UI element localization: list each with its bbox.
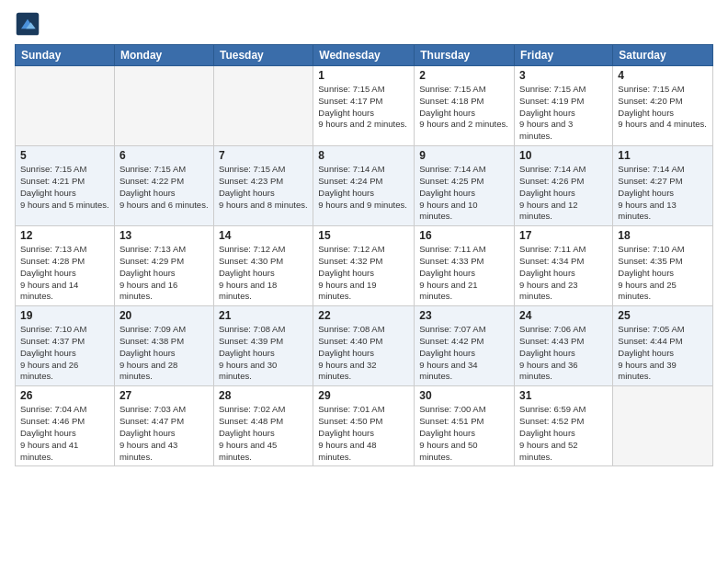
weekday-header-monday: Monday [114, 45, 213, 66]
day-cell: 10Sunrise: 7:14 AMSunset: 4:26 PMDayligh… [515, 146, 613, 226]
day-number: 9 [419, 149, 509, 162]
day-cell: 4Sunrise: 7:15 AMSunset: 4:20 PMDaylight… [613, 66, 713, 146]
day-number: 17 [519, 229, 608, 242]
week-row-2: 5Sunrise: 7:15 AMSunset: 4:21 PMDaylight… [16, 146, 713, 226]
day-cell: 28Sunrise: 7:02 AMSunset: 4:48 PMDayligh… [213, 386, 313, 466]
page-header [15, 11, 713, 37]
day-number: 12 [20, 229, 109, 242]
day-number: 20 [119, 309, 209, 322]
logo-icon [15, 11, 40, 37]
day-number: 25 [618, 309, 708, 322]
day-cell: 15Sunrise: 7:12 AMSunset: 4:32 PMDayligh… [313, 226, 415, 306]
day-number: 27 [119, 389, 209, 402]
day-cell: 9Sunrise: 7:14 AMSunset: 4:25 PMDaylight… [415, 146, 515, 226]
day-cell: 18Sunrise: 7:10 AMSunset: 4:35 PMDayligh… [613, 226, 713, 306]
day-info: Sunrise: 7:02 AMSunset: 4:48 PMDaylight … [219, 404, 308, 463]
calendar-page: SundayMondayTuesdayWednesdayThursdayFrid… [0, 0, 728, 563]
day-info: Sunrise: 7:08 AMSunset: 4:39 PMDaylight … [219, 324, 308, 383]
day-cell: 29Sunrise: 7:01 AMSunset: 4:50 PMDayligh… [313, 386, 415, 466]
weekday-header-tuesday: Tuesday [213, 45, 313, 66]
day-number: 5 [20, 149, 109, 162]
day-info: Sunrise: 7:15 AMSunset: 4:17 PMDaylight … [318, 84, 409, 131]
day-info: Sunrise: 7:07 AMSunset: 4:42 PMDaylight … [419, 324, 509, 383]
day-number: 19 [20, 309, 109, 322]
day-info: Sunrise: 7:14 AMSunset: 4:26 PMDaylight … [519, 164, 608, 223]
day-info: Sunrise: 7:13 AMSunset: 4:28 PMDaylight … [20, 244, 109, 303]
day-info: Sunrise: 7:14 AMSunset: 4:25 PMDaylight … [419, 164, 509, 223]
day-number: 28 [219, 389, 308, 402]
day-cell: 24Sunrise: 7:06 AMSunset: 4:43 PMDayligh… [515, 306, 613, 386]
day-info: Sunrise: 7:12 AMSunset: 4:30 PMDaylight … [219, 244, 308, 303]
day-info: Sunrise: 7:05 AMSunset: 4:44 PMDaylight … [618, 324, 708, 383]
day-cell: 12Sunrise: 7:13 AMSunset: 4:28 PMDayligh… [16, 226, 115, 306]
day-info: Sunrise: 7:11 AMSunset: 4:34 PMDaylight … [519, 244, 608, 303]
day-number: 29 [318, 389, 409, 402]
day-cell: 2Sunrise: 7:15 AMSunset: 4:18 PMDaylight… [415, 66, 515, 146]
day-number: 8 [318, 149, 409, 162]
weekday-header-saturday: Saturday [613, 45, 713, 66]
day-number: 18 [618, 229, 708, 242]
day-info: Sunrise: 7:15 AMSunset: 4:20 PMDaylight … [618, 84, 708, 131]
day-number: 7 [219, 149, 308, 162]
week-row-4: 19Sunrise: 7:10 AMSunset: 4:37 PMDayligh… [16, 306, 713, 386]
day-cell: 11Sunrise: 7:14 AMSunset: 4:27 PMDayligh… [613, 146, 713, 226]
day-info: Sunrise: 7:14 AMSunset: 4:24 PMDaylight … [318, 164, 409, 211]
day-info: Sunrise: 6:59 AMSunset: 4:52 PMDaylight … [519, 404, 608, 463]
day-cell [213, 66, 313, 146]
day-info: Sunrise: 7:03 AMSunset: 4:47 PMDaylight … [119, 404, 209, 463]
day-cell: 3Sunrise: 7:15 AMSunset: 4:19 PMDaylight… [515, 66, 613, 146]
day-cell: 1Sunrise: 7:15 AMSunset: 4:17 PMDaylight… [313, 66, 415, 146]
day-number: 4 [618, 69, 708, 82]
day-number: 13 [119, 229, 209, 242]
day-cell: 14Sunrise: 7:12 AMSunset: 4:30 PMDayligh… [213, 226, 313, 306]
week-row-5: 26Sunrise: 7:04 AMSunset: 4:46 PMDayligh… [16, 386, 713, 466]
day-cell: 19Sunrise: 7:10 AMSunset: 4:37 PMDayligh… [16, 306, 115, 386]
day-cell: 21Sunrise: 7:08 AMSunset: 4:39 PMDayligh… [213, 306, 313, 386]
week-row-1: 1Sunrise: 7:15 AMSunset: 4:17 PMDaylight… [16, 66, 713, 146]
day-info: Sunrise: 7:12 AMSunset: 4:32 PMDaylight … [318, 244, 409, 303]
day-cell: 6Sunrise: 7:15 AMSunset: 4:22 PMDaylight… [114, 146, 213, 226]
day-cell: 31Sunrise: 6:59 AMSunset: 4:52 PMDayligh… [515, 386, 613, 466]
day-cell [16, 66, 115, 146]
day-number: 11 [618, 149, 708, 162]
day-info: Sunrise: 7:00 AMSunset: 4:51 PMDaylight … [419, 404, 509, 463]
day-info: Sunrise: 7:15 AMSunset: 4:21 PMDaylight … [20, 164, 109, 211]
day-cell: 13Sunrise: 7:13 AMSunset: 4:29 PMDayligh… [114, 226, 213, 306]
day-cell: 8Sunrise: 7:14 AMSunset: 4:24 PMDaylight… [313, 146, 415, 226]
day-info: Sunrise: 7:13 AMSunset: 4:29 PMDaylight … [119, 244, 209, 303]
logo [15, 11, 44, 37]
day-cell [613, 386, 713, 466]
day-cell: 20Sunrise: 7:09 AMSunset: 4:38 PMDayligh… [114, 306, 213, 386]
day-number: 30 [419, 389, 509, 402]
calendar-table: SundayMondayTuesdayWednesdayThursdayFrid… [15, 44, 713, 466]
day-number: 10 [519, 149, 608, 162]
day-info: Sunrise: 7:15 AMSunset: 4:22 PMDaylight … [119, 164, 209, 211]
day-cell: 22Sunrise: 7:08 AMSunset: 4:40 PMDayligh… [313, 306, 415, 386]
day-number: 15 [318, 229, 409, 242]
day-number: 14 [219, 229, 308, 242]
day-number: 3 [519, 69, 608, 82]
day-cell: 7Sunrise: 7:15 AMSunset: 4:23 PMDaylight… [213, 146, 313, 226]
weekday-header-friday: Friday [515, 45, 613, 66]
day-cell: 30Sunrise: 7:00 AMSunset: 4:51 PMDayligh… [415, 386, 515, 466]
day-cell [114, 66, 213, 146]
day-info: Sunrise: 7:10 AMSunset: 4:37 PMDaylight … [20, 324, 109, 383]
day-number: 24 [519, 309, 608, 322]
day-info: Sunrise: 7:11 AMSunset: 4:33 PMDaylight … [419, 244, 509, 303]
day-cell: 25Sunrise: 7:05 AMSunset: 4:44 PMDayligh… [613, 306, 713, 386]
day-info: Sunrise: 7:15 AMSunset: 4:23 PMDaylight … [219, 164, 308, 211]
day-cell: 27Sunrise: 7:03 AMSunset: 4:47 PMDayligh… [114, 386, 213, 466]
day-cell: 17Sunrise: 7:11 AMSunset: 4:34 PMDayligh… [515, 226, 613, 306]
day-info: Sunrise: 7:04 AMSunset: 4:46 PMDaylight … [20, 404, 109, 463]
day-number: 2 [419, 69, 509, 82]
day-info: Sunrise: 7:15 AMSunset: 4:18 PMDaylight … [419, 84, 509, 131]
weekday-header-sunday: Sunday [16, 45, 115, 66]
day-info: Sunrise: 7:10 AMSunset: 4:35 PMDaylight … [618, 244, 708, 303]
weekday-header-row: SundayMondayTuesdayWednesdayThursdayFrid… [16, 45, 713, 66]
day-number: 16 [419, 229, 509, 242]
day-number: 6 [119, 149, 209, 162]
weekday-header-wednesday: Wednesday [313, 45, 415, 66]
day-number: 22 [318, 309, 409, 322]
day-number: 26 [20, 389, 109, 402]
day-info: Sunrise: 7:09 AMSunset: 4:38 PMDaylight … [119, 324, 209, 383]
